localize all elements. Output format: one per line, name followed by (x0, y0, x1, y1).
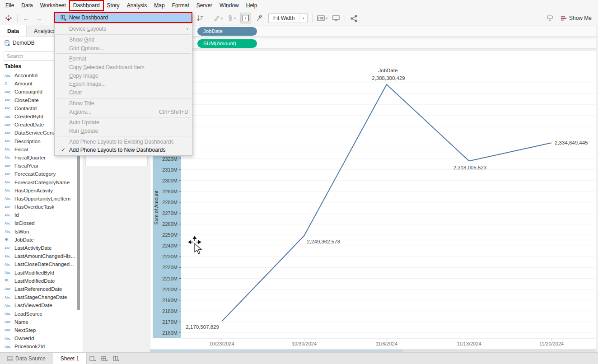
field-name: CreatedDate (14, 122, 44, 127)
show-mark-labels-button[interactable]: T (240, 13, 251, 23)
menubar-item-format[interactable]: Format (168, 0, 193, 10)
field-name: OwnerId (14, 336, 34, 341)
field-item-forecastcategory[interactable]: AbcForecastCategory (0, 170, 83, 178)
field-item-fiscalyear[interactable]: AbcFiscalYear (0, 162, 83, 170)
presentation-mode-button[interactable] (332, 13, 340, 23)
field-name: ForecastCategoryName (14, 180, 70, 185)
field-item-leadsource[interactable]: AbcLeadSource (0, 309, 83, 317)
field-item-lastmodifieddate[interactable]: ⊟LastModifiedDate (0, 277, 83, 285)
string-field-icon: Abc (5, 221, 14, 225)
data-source-icon (7, 356, 13, 361)
field-item-lastactivitydate[interactable]: AbcLastActivityDate (0, 244, 83, 252)
field-item-nextstep[interactable]: AbcNextStep (0, 326, 83, 334)
sort-descending-button[interactable] (196, 13, 204, 23)
field-name: DataServiceGene... (14, 130, 60, 135)
field-item-ownerid[interactable]: AbcOwnerId (0, 334, 83, 342)
pointer-cursor-icon (195, 243, 201, 254)
show-me-button[interactable]: Show Me (559, 14, 593, 22)
menu-item-clear: Clear (55, 89, 192, 97)
show-me-icon (561, 15, 567, 21)
toolbar-separator (312, 14, 313, 22)
field-item-isclosed[interactable]: AbcIsClosed (0, 219, 83, 227)
columns-shelf[interactable]: JobDate (150, 26, 596, 37)
menu-item-label: Run Update (69, 128, 188, 134)
dashboard-menu: New DashboardDevice Layouts›Show GridGri… (54, 12, 192, 156)
new-story-button[interactable] (110, 353, 122, 364)
sheet-tab[interactable]: Sheet 1 (53, 353, 87, 364)
x-tick-label: 10/23/2024 (209, 341, 234, 346)
menubar-item-worksheet[interactable]: Worksheet (37, 0, 70, 10)
y-tick-label: 2300M (162, 178, 178, 183)
tooltip-button[interactable] (546, 13, 554, 23)
fix-axes-button[interactable] (256, 13, 264, 23)
field-item-lastmodifiedbyid[interactable]: AbcLastModifiedById (0, 269, 83, 277)
menubar-item-map[interactable]: Map (150, 0, 168, 10)
tableau-logo-icon (5, 13, 13, 23)
menu-item-label: Format (69, 56, 188, 62)
redo-button[interactable]: → (35, 13, 43, 23)
field-item-lastreferenceddate[interactable]: AbcLastReferencedDate (0, 285, 83, 293)
field-item-jobdate[interactable]: ⊞JobDate (0, 236, 83, 244)
menubar-item-file[interactable]: File (2, 0, 18, 10)
y-tick-label: 2170M (162, 319, 178, 325)
sidebar-scrollbar[interactable] (77, 134, 80, 310)
menubar-item-help[interactable]: Help (243, 0, 261, 10)
y-tick-label: 2310M (162, 167, 178, 173)
rows-pill[interactable]: SUM(Amount) (197, 39, 257, 48)
rows-shelf[interactable]: SUM(Amount) (150, 38, 596, 49)
menu-separator (56, 53, 191, 54)
string-field-icon: Abc (5, 303, 14, 308)
field-item-forecastcategoryname[interactable]: AbcForecastCategoryName (0, 178, 83, 186)
field-item-iswon[interactable]: AbcIsWon (0, 228, 83, 236)
menu-bar: FileDataWorksheetDashboardStoryAnalysisM… (0, 0, 598, 11)
show-hide-cards-button[interactable]: ▾ (317, 13, 327, 23)
undo-button[interactable]: ← (22, 13, 30, 23)
field-name: IsWon (14, 229, 29, 234)
string-field-icon: Abc (5, 139, 14, 143)
columns-pill[interactable]: JobDate (197, 27, 257, 36)
mouse-cursor (188, 236, 207, 261)
field-name: AccountId (14, 73, 37, 78)
y-tick-label: 2260M (162, 221, 178, 227)
data-source-tab[interactable]: Data Source (0, 353, 53, 364)
field-item-lastamountchangedhis[interactable]: AbcLastAmountChangedHis... (0, 252, 83, 260)
field-item-pricebook2id[interactable]: AbcPricebook2Id (0, 342, 83, 350)
field-item-hasoverduetask[interactable]: AbcHasOverdueTask (0, 203, 83, 211)
field-name: Amount (14, 81, 33, 86)
tables-section-title: Tables (5, 63, 21, 70)
menu-item-label: Export Image... (69, 81, 188, 87)
field-name: LastModifiedById (14, 270, 54, 275)
date-field-icon: ⊞ (5, 237, 14, 242)
new-dashboard-button[interactable] (98, 353, 110, 364)
point-label: 2,388,380,429 (372, 75, 405, 81)
share-button[interactable] (350, 13, 358, 23)
string-field-icon: Abc (5, 164, 14, 168)
field-item-id[interactable]: AbcId (0, 211, 83, 219)
field-item-lastclosedatechanged[interactable]: AbcLastCloseDateChanged... (0, 260, 83, 268)
field-name: LastReferencedDate (14, 286, 62, 292)
trend-line[interactable] (222, 84, 551, 322)
field-name: LeadSource (14, 311, 42, 317)
string-field-icon: Abc (5, 213, 14, 217)
menu-item-new-dashboard[interactable]: New Dashboard (55, 13, 192, 23)
chart-view[interactable]: 2160M2170M2180M2190M2200M2210M2220M2230M… (150, 51, 596, 350)
tab-data[interactable]: Data (0, 25, 26, 37)
datetime-field-icon: ⊟ (5, 278, 14, 283)
field-item-hasopenactivity[interactable]: AbcHasOpenActivity (0, 187, 83, 195)
menubar-item-window[interactable]: Window (216, 0, 243, 10)
menubar-item-data[interactable]: Data (18, 0, 36, 10)
fit-selector[interactable]: Fit Width ▾ (268, 13, 308, 23)
line-chart[interactable]: 2160M2170M2180M2190M2200M2210M2220M2230M… (150, 51, 597, 350)
menubar-item-dashboard[interactable]: Dashboard (70, 0, 103, 10)
field-item-laststagechangedate[interactable]: AbcLastStageChangeDate (0, 293, 83, 301)
menubar-item-story[interactable]: Story (103, 0, 123, 10)
field-item-hasopportunitylineitem[interactable]: AbcHasOpportunityLineItem (0, 195, 83, 203)
menubar-item-server[interactable]: Server (193, 0, 216, 10)
field-item-name[interactable]: AbcName (0, 318, 83, 326)
chevron-down-icon[interactable]: ▾ (299, 14, 307, 23)
y-tick-label: 2210M (162, 276, 178, 281)
menubar-item-analysis[interactable]: Analysis (123, 0, 151, 10)
field-item-lastvieweddate[interactable]: AbcLastViewedDate (0, 301, 83, 309)
new-worksheet-button[interactable] (87, 353, 98, 364)
menu-item-add-phone-layouts-to-new-dashboards[interactable]: ✓Add Phone Layouts to New Dashboards (55, 146, 192, 154)
